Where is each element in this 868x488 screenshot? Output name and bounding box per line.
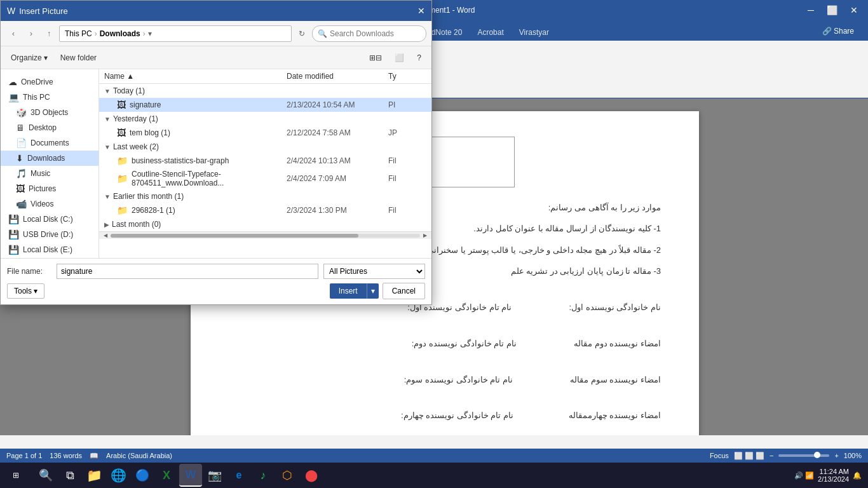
file-signature[interactable]: 🖼 signature 2/13/2024 10:54 AM PI [99, 98, 431, 112]
296828-date: 2/3/2024 1:30 PM [287, 206, 388, 215]
window-controls[interactable]: ─ ⬜ ✕ [804, 4, 862, 17]
group-lastmonth[interactable]: ▶ Last month (0) [99, 217, 431, 231]
organize-btn[interactable]: Organize ▾ [6, 51, 53, 64]
excel-btn[interactable]: X [155, 464, 178, 487]
sidebar-item-usbd[interactable]: 💾 USB Drive (D:) [1, 227, 98, 242]
sidebar-item-desktop[interactable]: 🖥 Desktop [1, 120, 98, 135]
breadcrumb-this-pc[interactable]: This PC [65, 29, 92, 38]
focus-btn[interactable]: Focus [710, 452, 729, 459]
scroll-left-btn[interactable]: ◀ [102, 232, 109, 240]
file-coutline[interactable]: 📁 Coutline-Stencil-Typeface-8704511_www.… [99, 168, 431, 189]
preview-btn[interactable]: ⬜ [390, 51, 409, 64]
zoom-slider[interactable] [778, 454, 829, 457]
hscrollbar-thumb[interactable] [111, 234, 358, 238]
tools-btn[interactable]: Tools ▾ [7, 283, 44, 299]
group-today[interactable]: ▼ Today (1) [99, 84, 431, 98]
chrome-btn[interactable]: 🔵 [131, 464, 154, 487]
group-lastweek[interactable]: ▼ Last week (2) [99, 140, 431, 154]
hscrollbar-track[interactable] [111, 234, 420, 238]
pictures-icon: 🖼 [16, 184, 25, 194]
file-dialog: W Insert Picture ✕ ‹ › ↑ This PC › Downl… [0, 0, 432, 305]
new-folder-btn[interactable]: New folder [55, 51, 102, 64]
spotify-btn[interactable]: ♪ [252, 464, 275, 487]
sidebar-item-music[interactable]: 🎵 Music [1, 166, 98, 181]
nav-forward-btn[interactable]: › [24, 26, 39, 41]
file-explorer-btn[interactable]: 📁 [83, 464, 105, 487]
close-btn[interactable]: ✕ [846, 4, 862, 17]
group-earlier-arrow: ▼ [104, 193, 111, 200]
zoom-minus[interactable]: − [770, 452, 773, 459]
group-yesterday[interactable]: ▼ Yesterday (1) [99, 112, 431, 126]
hscroll-bar[interactable]: ◀ ▶ [99, 231, 431, 239]
coutline-icon: 📁 [117, 173, 128, 184]
file-list-header: Name ▲ Date modified Ty [99, 69, 431, 84]
dialog-actions: Tools ▾ Insert ▾ Cancel [7, 283, 425, 299]
file-name-input[interactable] [57, 264, 318, 279]
dialog-close-btn[interactable]: ✕ [417, 6, 425, 16]
word-btn[interactable]: W [179, 464, 202, 487]
localc-icon: 💾 [8, 214, 19, 224]
onedrive-icon: ☁ [8, 77, 17, 87]
nav-back-btn[interactable]: ‹ [6, 26, 21, 41]
notification-btn[interactable]: 🔔 [853, 471, 862, 480]
search-box[interactable]: 🔍 [312, 25, 426, 42]
sidebar-item-localc[interactable]: 💾 Local Disk (C:) [1, 212, 98, 227]
nav-up-btn[interactable]: ↑ [41, 26, 57, 41]
tab-acrobat[interactable]: Acrobat [470, 24, 511, 41]
edge-btn[interactable]: 🌐 [107, 464, 130, 487]
breadcrumb-downloads[interactable]: Downloads [100, 29, 140, 38]
edge2-btn[interactable]: e [227, 464, 250, 487]
sidebar-item-3dobjects[interactable]: 🎲 3D Objects [1, 105, 98, 120]
share-btn[interactable]: 🔗 Share [815, 24, 862, 38]
view-toggle-btn[interactable]: ⊞⊟ [364, 51, 387, 64]
sidebar-item-documents[interactable]: 📄 Documents [1, 135, 98, 151]
help-btn[interactable]: ? [412, 51, 426, 64]
search-input[interactable] [330, 29, 421, 38]
file-temblog[interactable]: 🖼 tem blog (1) 2/12/2024 7:58 AM JP [99, 126, 431, 140]
signature-file-icon: 🖼 [117, 100, 126, 110]
minimize-btn[interactable]: ─ [804, 4, 818, 17]
insert-btn[interactable]: Insert [330, 283, 367, 299]
coutline-name: Coutline-Stencil-Typeface-8704511_www.Do… [132, 170, 287, 187]
dialog-title-left: W Insert Picture [7, 6, 68, 16]
sidebar-item-onedrive[interactable]: ☁ OneDrive [1, 74, 98, 90]
start-btn[interactable]: ⊞ [0, 463, 32, 488]
dialog-title: Insert Picture [19, 6, 68, 16]
breadcrumb-dropdown[interactable]: ▾ [148, 29, 152, 38]
sidebar-label-thispc: This PC [23, 93, 50, 102]
sidebar-item-thispc[interactable]: 💻 This PC [1, 90, 98, 105]
file-type-select[interactable]: All Pictures All Files [323, 264, 425, 279]
col-type[interactable]: Ty [388, 72, 426, 81]
sidebar-item-locale[interactable]: 💾 Local Disk (E:) [1, 242, 98, 257]
search-taskbar-btn[interactable]: 🔍 [34, 464, 57, 487]
cancel-btn[interactable]: Cancel [383, 283, 425, 299]
app2-btn[interactable]: ⬤ [300, 464, 323, 487]
sidebar-item-videos[interactable]: 📹 Videos [1, 196, 98, 212]
file-296828[interactable]: 📁 296828-1 (1) 2/3/2024 1:30 PM Fil [99, 203, 431, 217]
tab-virastyar[interactable]: Virastyar [512, 24, 557, 41]
insert-dropdown-btn[interactable]: ▾ [367, 283, 379, 299]
zoom-level: 100% [844, 452, 862, 459]
clock: 11:24 AM 2/13/2024 [818, 468, 849, 483]
restore-btn[interactable]: ⬜ [823, 4, 841, 17]
thispc-icon: 💻 [8, 92, 19, 102]
zoom-plus[interactable]: + [834, 452, 838, 459]
temblog-name: tem blog (1) [130, 128, 287, 137]
sidebar-item-pictures[interactable]: 🖼 Pictures [1, 181, 98, 196]
taskbar-right: 🔊 📶 11:24 AM 2/13/2024 🔔 [794, 468, 868, 483]
nav-refresh-btn[interactable]: ↻ [294, 26, 309, 41]
photos-btn[interactable]: 📷 [203, 464, 226, 487]
group-earlier-month[interactable]: ▼ Earlier this month (1) [99, 189, 431, 203]
locale-icon: 💾 [8, 245, 19, 255]
dialog-filelist[interactable]: Name ▲ Date modified Ty ▼ Today (1) 🖼 si… [99, 69, 431, 258]
col-date[interactable]: Date modified [287, 72, 388, 81]
file-bargraph[interactable]: 📁 business-statistics-bar-graph 2/4/2024… [99, 154, 431, 168]
col-name[interactable]: Name ▲ [104, 72, 287, 81]
scroll-right-btn[interactable]: ▶ [421, 232, 429, 240]
task-view-btn[interactable]: ⧉ [58, 464, 81, 487]
videos-icon: 📹 [16, 199, 27, 209]
sidebar-label-desktop: Desktop [29, 123, 57, 132]
app1-btn[interactable]: ⬡ [276, 464, 299, 487]
sidebar-item-downloads[interactable]: ⬇ Downloads [1, 151, 98, 166]
breadcrumb-bar[interactable]: This PC › Downloads › ▾ [59, 25, 292, 42]
